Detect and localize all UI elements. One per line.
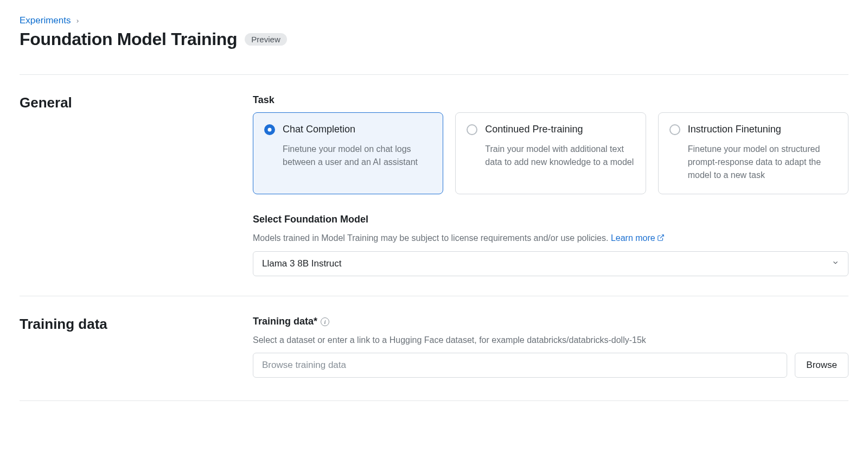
task-card-chat-completion[interactable]: Chat Completion Finetune your model on c… bbox=[253, 112, 443, 194]
foundation-model-selected-value: Llama 3 8B Instruct bbox=[262, 258, 341, 269]
foundation-model-select[interactable]: Llama 3 8B Instruct bbox=[253, 251, 848, 276]
foundation-model-label: Select Foundation Model bbox=[253, 214, 848, 225]
chevron-down-icon bbox=[832, 258, 839, 269]
section-heading-general: General bbox=[20, 94, 247, 111]
task-card-desc: Finetune your model on chat logs between… bbox=[264, 143, 432, 169]
training-data-label: Training data* i bbox=[253, 316, 848, 327]
learn-more-link[interactable]: Learn more bbox=[611, 233, 665, 243]
info-icon[interactable]: i bbox=[321, 317, 329, 326]
task-label: Task bbox=[253, 94, 848, 106]
training-data-input[interactable] bbox=[253, 353, 787, 378]
training-data-desc: Select a dataset or enter a link to a Hu… bbox=[253, 334, 848, 346]
breadcrumb-experiments-link[interactable]: Experiments bbox=[20, 15, 71, 26]
chevron-right-icon bbox=[75, 16, 80, 26]
svg-line-0 bbox=[660, 235, 663, 238]
task-card-desc: Finetune your model on structured prompt… bbox=[669, 143, 837, 182]
external-link-icon bbox=[657, 232, 665, 245]
radio-icon bbox=[467, 124, 477, 135]
section-training-data: Training data Training data* i Select a … bbox=[20, 296, 848, 397]
radio-icon bbox=[669, 124, 680, 135]
browse-button[interactable]: Browse bbox=[795, 353, 848, 378]
preview-badge: Preview bbox=[245, 33, 286, 46]
task-card-title: Continued Pre-training bbox=[485, 124, 583, 135]
radio-icon bbox=[264, 124, 275, 135]
breadcrumb: Experiments bbox=[20, 15, 848, 26]
foundation-model-desc: Models trained in Model Training may be … bbox=[253, 232, 848, 245]
task-card-desc: Train your model with additional text da… bbox=[467, 143, 634, 169]
divider bbox=[20, 400, 848, 401]
task-card-title: Instruction Finetuning bbox=[688, 124, 781, 135]
section-heading-training-data: Training data bbox=[20, 316, 247, 333]
field-training-data: Training data* i Select a dataset or ent… bbox=[253, 316, 848, 378]
task-card-continued-pretraining[interactable]: Continued Pre-training Train your model … bbox=[455, 112, 646, 194]
task-cards: Chat Completion Finetune your model on c… bbox=[253, 112, 848, 194]
page-title: Foundation Model Training bbox=[20, 29, 237, 49]
task-card-title: Chat Completion bbox=[283, 124, 355, 135]
foundation-model-desc-text: Models trained in Model Training may be … bbox=[253, 233, 611, 243]
field-task: Task Chat Completion Finetune your model… bbox=[253, 94, 848, 194]
section-general: General Task Chat Completion Finetune yo… bbox=[20, 74, 848, 296]
field-foundation-model: Select Foundation Model Models trained i… bbox=[253, 214, 848, 276]
task-card-instruction-finetuning[interactable]: Instruction Finetuning Finetune your mod… bbox=[658, 112, 848, 194]
title-row: Foundation Model Training Preview bbox=[20, 29, 848, 49]
